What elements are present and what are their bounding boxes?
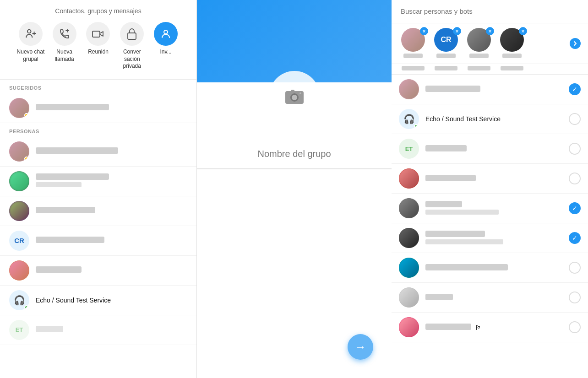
- invite-button[interactable]: Inv...: [149, 22, 183, 70]
- contact-name: [36, 207, 187, 215]
- check-circle: [569, 173, 581, 184]
- list-item[interactable]: [0, 196, 196, 226]
- group-name-input[interactable]: [215, 149, 373, 159]
- search-input[interactable]: [401, 7, 579, 15]
- personas-label: PERSONAS: [0, 123, 196, 137]
- contact-info: [36, 207, 187, 215]
- contact-info: Echo / Sound Test Service: [425, 115, 569, 123]
- invite-label: Inv...: [160, 49, 172, 56]
- avatar: [9, 141, 29, 162]
- contact-name: [36, 173, 187, 181]
- contact-name: [425, 201, 569, 209]
- check-circle: [569, 113, 581, 125]
- contact-name: [36, 237, 187, 244]
- check-circle: [569, 202, 581, 214]
- meeting-button[interactable]: Reunión: [82, 22, 115, 70]
- contact-info: [36, 147, 187, 155]
- contact-info: [36, 237, 187, 244]
- avatar: [399, 258, 419, 278]
- echo-contact-name: Echo / Sound Test Service: [36, 297, 187, 304]
- list-item[interactable]: [0, 256, 196, 286]
- selected-contact-chip: ×: [399, 28, 427, 59]
- left-header: Contactos, grupos y mensajes Nuevo chatg…: [0, 0, 196, 80]
- svg-point-7: [164, 30, 168, 34]
- online-status-dot: [414, 124, 419, 129]
- middle-panel: →: [197, 0, 392, 378]
- contact-info: [425, 175, 569, 183]
- right-list-item[interactable]: [392, 283, 588, 313]
- right-list-item[interactable]: ET: [392, 134, 588, 164]
- right-list-item[interactable]: [392, 164, 588, 194]
- private-conv-button[interactable]: Conversaciónprivada: [115, 22, 149, 70]
- left-header-title: Contactos, grupos y mensajes: [9, 7, 187, 15]
- avatar: 🎧: [399, 109, 419, 129]
- action-buttons: Nuevo chatgrupal Nuevallamada: [9, 22, 187, 75]
- new-group-chat-icon: [19, 22, 43, 46]
- avatar: [399, 228, 419, 248]
- camera-button[interactable]: [269, 71, 320, 121]
- check-circle: [569, 143, 581, 155]
- right-header: [392, 0, 588, 23]
- meeting-icon: [86, 22, 110, 46]
- remove-contact-button[interactable]: ×: [519, 27, 527, 35]
- contact-info: [425, 231, 569, 246]
- contact-info: [36, 104, 187, 112]
- remove-contact-button[interactable]: ×: [486, 27, 494, 35]
- list-item[interactable]: CR: [0, 226, 196, 256]
- echo-sound-test-right-item[interactable]: 🎧 Echo / Sound Test Service: [392, 104, 588, 134]
- svg-rect-5: [93, 31, 100, 37]
- remove-contact-button[interactable]: ×: [420, 27, 428, 35]
- right-list-item[interactable]: 🏳: [392, 313, 588, 342]
- list-item[interactable]: [0, 167, 196, 196]
- remove-contact-button[interactable]: ×: [453, 27, 461, 35]
- avatar: [9, 201, 29, 221]
- right-list-item[interactable]: [392, 194, 588, 223]
- meeting-label: Reunión: [88, 49, 109, 56]
- next-fab-button[interactable]: →: [348, 334, 373, 360]
- contact-info: [425, 294, 569, 302]
- echo-sound-test-item[interactable]: 🎧 Echo / Sound Test Service: [0, 286, 196, 315]
- svg-point-10: [292, 95, 297, 100]
- right-list-item[interactable]: [392, 223, 588, 253]
- contact-info: [425, 145, 569, 153]
- right-list-item[interactable]: [392, 75, 588, 104]
- echo-sound-test-name: Echo / Sound Test Service: [425, 115, 569, 123]
- left-panel: Contactos, grupos y mensajes Nuevo chatg…: [0, 0, 197, 378]
- check-circle: [569, 83, 581, 95]
- contact-info: Echo / Sound Test Service: [36, 297, 187, 304]
- avatar: [399, 168, 419, 189]
- contact-info: [36, 173, 187, 189]
- contact-name: [36, 104, 187, 112]
- avatar: CR: [9, 231, 29, 251]
- avatar: [399, 287, 419, 308]
- status-dot: [24, 157, 29, 161]
- contact-info: 🏳: [425, 324, 569, 331]
- group-name-section: [197, 130, 392, 169]
- right-list-item[interactable]: [392, 253, 588, 283]
- new-call-label: Nuevallamada: [55, 49, 74, 63]
- chip-name: [469, 54, 489, 59]
- selected-contact-chip: CR ×: [432, 28, 460, 59]
- lock-icon: [120, 22, 144, 46]
- new-call-button[interactable]: Nuevallamada: [48, 22, 82, 70]
- contact-name: [425, 264, 569, 272]
- svg-rect-6: [128, 33, 136, 39]
- contact-name: [36, 326, 187, 334]
- new-group-chat-button[interactable]: Nuevo chatgrupal: [14, 22, 48, 70]
- selected-contact-chip: ×: [498, 28, 526, 59]
- contact-info: [425, 264, 569, 272]
- contact-sub: [36, 182, 187, 189]
- list-item[interactable]: ET: [0, 315, 196, 345]
- right-contact-list: 🎧 Echo / Sound Test Service ET: [392, 75, 588, 378]
- contact-name: [425, 175, 569, 183]
- avatar: [9, 98, 29, 118]
- contact-name: 🏳: [425, 324, 569, 331]
- avatar: [399, 317, 419, 337]
- next-arrow-icon: →: [355, 340, 366, 353]
- list-item[interactable]: [0, 137, 196, 167]
- left-contact-list: SUGERIDOS PERSONAS: [0, 80, 196, 378]
- list-item[interactable]: [0, 93, 196, 123]
- chip-name: [403, 54, 423, 59]
- svg-rect-11: [291, 90, 294, 92]
- contact-name: [425, 294, 569, 302]
